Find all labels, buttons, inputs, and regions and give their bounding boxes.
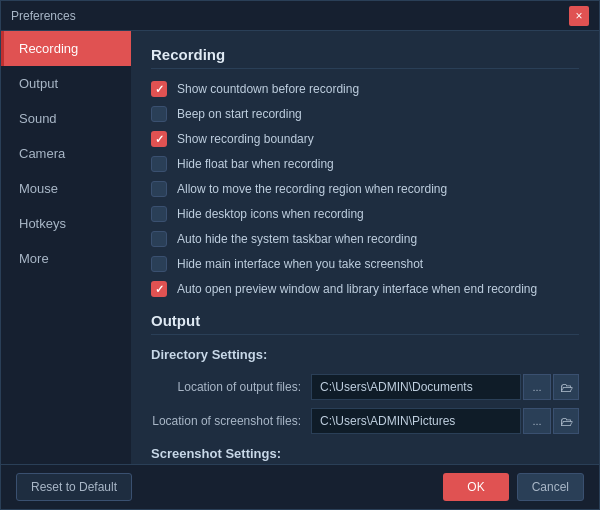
sidebar-item-hotkeys[interactable]: Hotkeys bbox=[1, 206, 131, 241]
screenshot-files-folder-button[interactable]: 🗁 bbox=[553, 408, 579, 434]
sidebar-item-recording[interactable]: Recording bbox=[1, 31, 131, 66]
folder-icon: 🗁 bbox=[560, 380, 573, 395]
title-bar: Preferences × bbox=[1, 1, 599, 31]
screenshot-settings-section: Screenshot Settings: Screenshot format: … bbox=[151, 446, 579, 464]
output-files-row: Location of output files: ... 🗁 bbox=[151, 374, 579, 400]
checkbox-preview: ✓ Auto open preview window and library i… bbox=[151, 281, 579, 297]
output-files-folder-button[interactable]: 🗁 bbox=[553, 374, 579, 400]
screenshot-files-input-group: ... 🗁 bbox=[311, 408, 579, 434]
checkbox-preview-box[interactable]: ✓ bbox=[151, 281, 167, 297]
preferences-dialog: Preferences × Recording Output Sound Cam… bbox=[0, 0, 600, 510]
checkbox-floatbar-box[interactable] bbox=[151, 156, 167, 172]
sidebar: Recording Output Sound Camera Mouse Hotk… bbox=[1, 31, 131, 464]
checkbox-taskbar: Auto hide the system taskbar when record… bbox=[151, 231, 579, 247]
sidebar-item-more[interactable]: More bbox=[1, 241, 131, 276]
screenshot-files-input[interactable] bbox=[311, 408, 521, 434]
close-button[interactable]: × bbox=[569, 6, 589, 26]
checkbox-moveregion: Allow to move the recording region when … bbox=[151, 181, 579, 197]
sidebar-item-sound[interactable]: Sound bbox=[1, 101, 131, 136]
checkbox-maininterface: Hide main interface when you take screen… bbox=[151, 256, 579, 272]
reset-button[interactable]: Reset to Default bbox=[16, 473, 132, 501]
checkbox-floatbar: Hide float bar when recording bbox=[151, 156, 579, 172]
footer: Reset to Default OK Cancel bbox=[1, 464, 599, 509]
recording-section-title: Recording bbox=[151, 46, 579, 69]
output-files-label: Location of output files: bbox=[151, 380, 311, 394]
output-files-input[interactable] bbox=[311, 374, 521, 400]
checkbox-desktopicons-box[interactable] bbox=[151, 206, 167, 222]
checkbox-countdown: ✓ Show countdown before recording bbox=[151, 81, 579, 97]
sidebar-item-output[interactable]: Output bbox=[1, 66, 131, 101]
directory-settings-title: Directory Settings: bbox=[151, 347, 579, 362]
screenshot-settings-title: Screenshot Settings: bbox=[151, 446, 579, 461]
checkbox-maininterface-box[interactable] bbox=[151, 256, 167, 272]
checkbox-beep: Beep on start recording bbox=[151, 106, 579, 122]
ok-button[interactable]: OK bbox=[443, 473, 508, 501]
output-section-title: Output bbox=[151, 312, 579, 335]
screenshot-files-row: Location of screenshot files: ... 🗁 bbox=[151, 408, 579, 434]
screenshot-files-dots-button[interactable]: ... bbox=[523, 408, 551, 434]
dialog-title: Preferences bbox=[11, 9, 76, 23]
cancel-button[interactable]: Cancel bbox=[517, 473, 584, 501]
checkbox-boundary-box[interactable]: ✓ bbox=[151, 131, 167, 147]
main-content: Recording Output Sound Camera Mouse Hotk… bbox=[1, 31, 599, 464]
sidebar-item-camera[interactable]: Camera bbox=[1, 136, 131, 171]
output-section: Output Directory Settings: Location of o… bbox=[151, 312, 579, 464]
footer-right: OK Cancel bbox=[443, 473, 584, 501]
checkbox-beep-box[interactable] bbox=[151, 106, 167, 122]
content-area: Recording ✓ Show countdown before record… bbox=[131, 31, 599, 464]
output-files-dots-button[interactable]: ... bbox=[523, 374, 551, 400]
checkbox-countdown-box[interactable]: ✓ bbox=[151, 81, 167, 97]
checkbox-moveregion-box[interactable] bbox=[151, 181, 167, 197]
folder-icon: 🗁 bbox=[560, 414, 573, 429]
checkbox-boundary: ✓ Show recording boundary bbox=[151, 131, 579, 147]
output-files-input-group: ... 🗁 bbox=[311, 374, 579, 400]
sidebar-item-mouse[interactable]: Mouse bbox=[1, 171, 131, 206]
checkbox-taskbar-box[interactable] bbox=[151, 231, 167, 247]
checkbox-desktopicons: Hide desktop icons when recording bbox=[151, 206, 579, 222]
screenshot-files-label: Location of screenshot files: bbox=[151, 414, 311, 428]
